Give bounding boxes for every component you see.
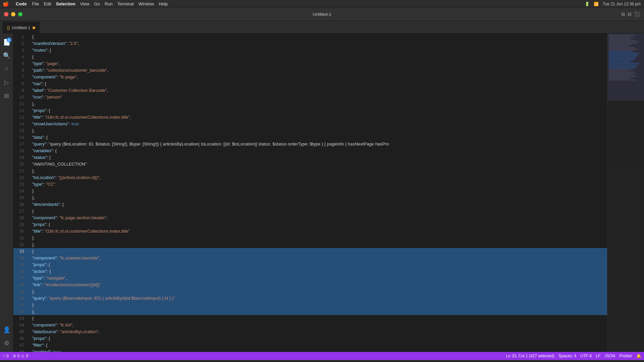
code-text-33: {	[30, 248, 607, 255]
activity-source-control[interactable]: ⑂	[1, 63, 13, 75]
code-line-45[interactable]: 45 "dataSource": "articlesByLocation",	[13, 328, 607, 335]
code-line-5[interactable]: 5 "type": "page",	[13, 60, 607, 67]
code-line-7[interactable]: 7 "component": "fc.page",	[13, 74, 607, 80]
line-number-22: 22	[13, 174, 30, 181]
code-line-16[interactable]: 16 "data": {	[13, 134, 607, 141]
code-line-21[interactable]: 21 ],	[13, 168, 607, 174]
git-branch[interactable]: ⑂ 0	[3, 354, 9, 358]
code-line-25[interactable]: 25 },	[13, 194, 607, 201]
activity-account[interactable]: 👤	[1, 324, 13, 336]
activity-settings[interactable]: ⚙	[1, 337, 13, 349]
code-line-35[interactable]: 35 "props": {	[13, 261, 607, 268]
code-line-39[interactable]: 39 },	[13, 288, 607, 295]
code-line-12[interactable]: 12 "props": {	[13, 107, 607, 114]
code-text-13: "title": "i18n:fc.sf.ui.customerCollecti…	[30, 114, 607, 121]
apple-menu[interactable]: 🍎	[3, 1, 9, 7]
code-line-33[interactable]: 33 {	[13, 248, 607, 255]
eol[interactable]: LF	[596, 354, 600, 358]
line-number-48: 48	[13, 349, 30, 352]
menu-file[interactable]: File	[32, 1, 39, 6]
line-number-15: 15	[13, 127, 30, 134]
menu-edit[interactable]: Edit	[44, 1, 51, 6]
code-line-43[interactable]: 43 {	[13, 315, 607, 322]
code-line-17[interactable]: 17 "query": "query ($toLocation: ID, $st…	[13, 141, 607, 147]
code-line-23[interactable]: 23 "type": "CC"	[13, 181, 607, 188]
code-line-3[interactable]: 3 "routes": [	[13, 47, 607, 54]
code-line-34[interactable]: 34 "component": "fc.scanner.barcode",	[13, 255, 607, 261]
editor-main[interactable]: 1{2 "manifestVersion": "2.0",3 "routes":…	[13, 34, 607, 352]
activity-search[interactable]: 🔍	[1, 50, 13, 62]
toggle-panel-icon[interactable]: ⬛	[634, 11, 640, 17]
minimize-button[interactable]	[11, 12, 15, 16]
notifications-icon[interactable]: 🔔	[636, 354, 641, 358]
language-mode[interactable]: JSON	[604, 354, 615, 358]
code-line-13[interactable]: 13 "title": "i18n:fc.sf.ui.customerColle…	[13, 114, 607, 121]
encoding[interactable]: UTF-8	[580, 354, 592, 358]
line-number-44: 44	[13, 322, 30, 328]
code-line-10[interactable]: 10 "icon": "person"	[13, 94, 607, 101]
activity-run[interactable]: ▷	[1, 76, 13, 88]
code-line-30[interactable]: 30 "title": "i18n:fc.sf.ui.customerColle…	[13, 228, 607, 235]
menu-go[interactable]: Go	[94, 1, 100, 6]
code-line-24[interactable]: 24 }	[13, 188, 607, 194]
minimap[interactable]	[607, 34, 644, 352]
code-text-45: "dataSource": "articlesByLocation",	[30, 328, 607, 335]
activity-extensions[interactable]: ⊞	[1, 90, 13, 102]
errors-count[interactable]: ⊘ 0 ⚠ 0	[13, 354, 28, 358]
minimap-viewport	[607, 34, 644, 101]
code-line-37[interactable]: 37 "type": "navigate",	[13, 275, 607, 282]
code-text-22: "toLocation": "{{activeLocation.id}}",	[30, 174, 607, 181]
code-editor[interactable]: 1{2 "manifestVersion": "2.0",3 "routes":…	[13, 34, 607, 352]
code-line-11[interactable]: 11 },	[13, 101, 607, 107]
code-line-20[interactable]: 20 "AWAITING_COLLECTION"	[13, 161, 607, 168]
maximize-button[interactable]	[18, 12, 22, 16]
tab-untitled[interactable]: {} Untitled-1	[3, 22, 40, 33]
code-line-40[interactable]: 40 "query": "query ($barcodeInput: ID!) …	[13, 295, 607, 302]
wifi-icon: 📶	[594, 2, 599, 6]
code-line-8[interactable]: 8 "nav": {	[13, 80, 607, 87]
code-line-42[interactable]: 42 },	[13, 308, 607, 315]
code-line-19[interactable]: 19 "status": [	[13, 154, 607, 161]
code-line-47[interactable]: 47 "filter": {	[13, 342, 607, 349]
code-line-48[interactable]: 48 "enabled": true,	[13, 349, 607, 352]
code-line-6[interactable]: 6 "path": "collections/customer_barcode"…	[13, 67, 607, 74]
code-line-41[interactable]: 41 }	[13, 302, 607, 308]
menu-help[interactable]: Help	[159, 1, 168, 6]
error-num: 0	[17, 354, 20, 358]
line-number-31: 31	[13, 235, 30, 241]
code-text-14: "showUserActions": true	[30, 121, 607, 127]
code-line-15[interactable]: 15 },	[13, 127, 607, 134]
menu-run[interactable]: Run	[105, 1, 113, 6]
code-line-36[interactable]: 36 "action": {	[13, 268, 607, 275]
menu-terminal[interactable]: Terminal	[117, 1, 134, 6]
code-line-38[interactable]: 38 "link": "#/collections/customer/{{id}…	[13, 282, 607, 288]
layout-icon[interactable]: ⊟	[628, 11, 632, 17]
line-number-33: 33	[13, 248, 30, 255]
code-line-32[interactable]: 32 },	[13, 241, 607, 248]
code-line-22[interactable]: 22 "toLocation": "{{activeLocation.id}}"…	[13, 174, 607, 181]
app-name[interactable]: Code	[16, 1, 27, 6]
indentation[interactable]: Spaces: 4	[558, 354, 576, 358]
code-line-44[interactable]: 44 "component": "fc.list",	[13, 322, 607, 328]
code-line-26[interactable]: 26 "descendants": [	[13, 201, 607, 208]
code-line-46[interactable]: 46 "props": {	[13, 335, 607, 342]
code-line-18[interactable]: 18 "variables": {	[13, 147, 607, 154]
code-line-9[interactable]: 9 "label": "Customer Collection Barcode"…	[13, 87, 607, 94]
code-line-14[interactable]: 14 "showUserActions": true	[13, 121, 607, 127]
cursor-position[interactable]: Ln 33, Col 1 (427 selected)	[506, 354, 554, 358]
activity-explorer[interactable]: 📄 1	[1, 36, 13, 48]
code-line-27[interactable]: 27 {	[13, 208, 607, 215]
code-line-4[interactable]: 4 {	[13, 54, 607, 60]
code-line-29[interactable]: 29 "props": {	[13, 221, 607, 228]
close-button[interactable]	[4, 12, 8, 16]
code-text-23: "type": "CC"	[30, 181, 607, 188]
menu-view[interactable]: View	[80, 1, 90, 6]
code-line-2[interactable]: 2 "manifestVersion": "2.0",	[13, 40, 607, 47]
code-line-31[interactable]: 31 }	[13, 235, 607, 241]
code-line-1[interactable]: 1{	[13, 34, 607, 40]
menu-selection[interactable]: Selection	[56, 1, 75, 6]
formatter[interactable]: Prettier	[619, 354, 632, 358]
code-line-28[interactable]: 28 "component": "fc.page.section.header"…	[13, 215, 607, 221]
split-editor-icon[interactable]: ⧉	[622, 11, 625, 17]
menu-window[interactable]: Window	[139, 1, 154, 6]
